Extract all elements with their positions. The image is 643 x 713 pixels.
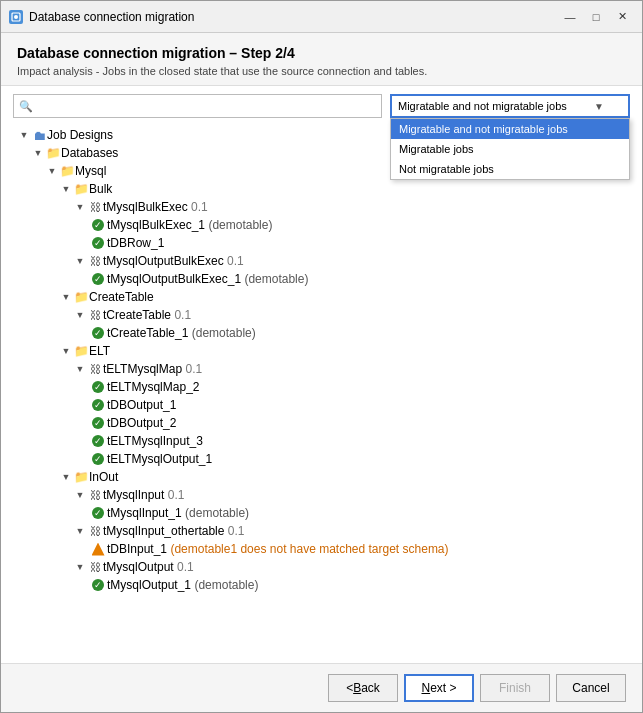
dialog-title: Database connection migration – Step 2/4 — [17, 45, 626, 61]
tree-item-tCreateTable[interactable]: ▼ ⛓ tCreateTable 0.1 — [13, 306, 630, 324]
tree-child-tDBRow_1[interactable]: ✓ tDBRow_1 — [13, 234, 630, 252]
tDBOutput_2-label: tDBOutput_2 — [107, 416, 176, 430]
job-icon: ⛓ — [87, 524, 103, 538]
tDBOutput_1-label: tDBOutput_1 — [107, 398, 176, 412]
tree-child-tELTMysqlInput_3[interactable]: ✓ tELTMysqlInput_3 — [13, 432, 630, 450]
dialog-header: Database connection migration – Step 2/4… — [1, 33, 642, 85]
window-icon — [9, 10, 23, 24]
tMysqlOutput-expand-icon: ▼ — [73, 560, 87, 574]
mysql-expand-icon: ▼ — [45, 164, 59, 178]
dropdown-option-2[interactable]: Not migratable jobs — [391, 159, 629, 179]
title-bar: Database connection migration — □ ✕ — [1, 1, 642, 33]
tCreateTable-expand-icon: ▼ — [73, 308, 87, 322]
job-icon: ⛓ — [87, 200, 103, 214]
dialog-body: 🔍 Migratable and not migratable jobs ▼ M… — [1, 85, 642, 664]
window-title: Database connection migration — [29, 10, 194, 24]
dropdown-arrow-icon: ▼ — [594, 101, 604, 112]
tree-root-label: Job Designs — [47, 128, 113, 142]
ok-icon: ✓ — [91, 326, 105, 340]
tMysqlInput-expand-icon: ▼ — [73, 488, 87, 502]
tMysqlInput_othertable-label: tMysqlInput_othertable 0.1 — [103, 524, 244, 538]
tree-child-tMysqlInput_1[interactable]: ✓ tMysqlInput_1 (demotable) — [13, 504, 630, 522]
tree-child-tELTMysqlMap_2[interactable]: ✓ tELTMysqlMap_2 — [13, 378, 630, 396]
createtable-folder-icon: 📁 — [73, 290, 89, 304]
job-icon: ⛓ — [87, 560, 103, 574]
tELTMysqlOutput_1-label: tELTMysqlOutput_1 — [107, 452, 212, 466]
maximize-button[interactable]: □ — [584, 7, 608, 27]
tMysqlBulkExec_1-label: tMysqlBulkExec_1 (demotable) — [107, 218, 272, 232]
tMysqlOutputBulkExec-label: tMysqlOutputBulkExec 0.1 — [103, 254, 244, 268]
tree-container: ▼ 🖿 Job Designs ▼ 📁 Databases ▼ 📁 Mysql — [13, 126, 630, 651]
ok-icon: ✓ — [91, 398, 105, 412]
ok-icon: ✓ — [91, 416, 105, 430]
bulk-expand-icon: ▼ — [59, 182, 73, 196]
dropdown-option-0[interactable]: Migratable and not migratable jobs — [391, 119, 629, 139]
databases-expand-icon: ▼ — [31, 146, 45, 160]
tree-child-tDBInput_1[interactable]: tDBInput_1 (demotable1 does not have mat… — [13, 540, 630, 558]
tMysqlBulkExec-label: tMysqlBulkExec 0.1 — [103, 200, 208, 214]
tMysqlBulkExec-expand-icon: ▼ — [73, 200, 87, 214]
minimize-button[interactable]: — — [558, 7, 582, 27]
dialog-footer: < Back Next > Finish Cancel — [1, 664, 642, 712]
tree-child-tDBOutput_1[interactable]: ✓ tDBOutput_1 — [13, 396, 630, 414]
tree-child-tCreateTable_1[interactable]: ✓ tCreateTable_1 (demotable) — [13, 324, 630, 342]
tree-child-tMysqlOutputBulkExec_1[interactable]: ✓ tMysqlOutputBulkExec_1 (demotable) — [13, 270, 630, 288]
cancel-button[interactable]: Cancel — [556, 674, 626, 702]
next-underline: N — [421, 681, 430, 695]
inout-expand-icon: ▼ — [59, 470, 73, 484]
finish-button[interactable]: Finish — [480, 674, 550, 702]
title-bar-left: Database connection migration — [9, 10, 194, 24]
tree-group-bulk[interactable]: ▼ 📁 Bulk — [13, 180, 630, 198]
tree-item-tMysqlInput[interactable]: ▼ ⛓ tMysqlInput 0.1 — [13, 486, 630, 504]
tMysqlOutput-label: tMysqlOutput 0.1 — [103, 560, 194, 574]
ok-icon: ✓ — [91, 434, 105, 448]
svg-point-1 — [14, 15, 18, 19]
next-button[interactable]: Next > — [404, 674, 474, 702]
tree-child-tDBOutput_2[interactable]: ✓ tDBOutput_2 — [13, 414, 630, 432]
close-button[interactable]: ✕ — [610, 7, 634, 27]
job-icon: ⛓ — [87, 308, 103, 322]
tree-item-tMysqlOutput[interactable]: ▼ ⛓ tMysqlOutput 0.1 — [13, 558, 630, 576]
tree-group-createtable[interactable]: ▼ 📁 CreateTable — [13, 288, 630, 306]
tELTMysqlInput_3-label: tELTMysqlInput_3 — [107, 434, 203, 448]
createtable-label: CreateTable — [89, 290, 154, 304]
tELTMysqlMap-label: tELTMysqlMap 0.1 — [103, 362, 202, 376]
bulk-folder-icon: 📁 — [73, 182, 89, 196]
elt-expand-icon: ▼ — [59, 344, 73, 358]
tree-item-tELTMysqlMap[interactable]: ▼ ⛓ tELTMysqlMap 0.1 — [13, 360, 630, 378]
inout-label: InOut — [89, 470, 118, 484]
tree-group-inout[interactable]: ▼ 📁 InOut — [13, 468, 630, 486]
tree-item-tMysqlInput_othertable[interactable]: ▼ ⛓ tMysqlInput_othertable 0.1 — [13, 522, 630, 540]
back-button[interactable]: < Back — [328, 674, 398, 702]
tree-mysql-label: Mysql — [75, 164, 106, 178]
tree-item-tMysqlBulkExec[interactable]: ▼ ⛓ tMysqlBulkExec 0.1 — [13, 198, 630, 216]
dropdown-option-1[interactable]: Migratable jobs — [391, 139, 629, 159]
tMysqlInput_1-label: tMysqlInput_1 (demotable) — [107, 506, 249, 520]
elt-folder-icon: 📁 — [73, 344, 89, 358]
tree-child-tMysqlBulkExec_1[interactable]: ✓ tMysqlBulkExec_1 (demotable) — [13, 216, 630, 234]
ok-icon: ✓ — [91, 380, 105, 394]
filter-dropdown[interactable]: Migratable and not migratable jobs ▼ — [390, 94, 630, 118]
tree-group-elt[interactable]: ▼ 📁 ELT — [13, 342, 630, 360]
ok-icon: ✓ — [91, 506, 105, 520]
createtable-expand-icon: ▼ — [59, 290, 73, 304]
dropdown-wrapper: Migratable and not migratable jobs ▼ Mig… — [390, 94, 630, 118]
warn-icon — [91, 542, 105, 556]
tDBInput_1-label: tDBInput_1 (demotable1 does not have mat… — [107, 542, 449, 556]
dropdown-menu: Migratable and not migratable jobs Migra… — [390, 118, 630, 180]
tDBRow_1-label: tDBRow_1 — [107, 236, 164, 250]
tree-item-tMysqlOutputBulkExec[interactable]: ▼ ⛓ tMysqlOutputBulkExec 0.1 — [13, 252, 630, 270]
tree-child-tELTMysqlOutput_1[interactable]: ✓ tELTMysqlOutput_1 — [13, 450, 630, 468]
ok-icon: ✓ — [91, 578, 105, 592]
tELTMysqlMap_2-label: tELTMysqlMap_2 — [107, 380, 199, 394]
ok-icon: ✓ — [91, 218, 105, 232]
tree-child-tMysqlOutput_1[interactable]: ✓ tMysqlOutput_1 (demotable) — [13, 576, 630, 594]
tMysqlOutput_1-label: tMysqlOutput_1 (demotable) — [107, 578, 258, 592]
back-underline: B — [353, 681, 361, 695]
search-wrapper: 🔍 — [13, 94, 382, 118]
search-input[interactable] — [13, 94, 382, 118]
tCreateTable-label: tCreateTable 0.1 — [103, 308, 191, 322]
tMysqlOutputBulkExec_1-label: tMysqlOutputBulkExec_1 (demotable) — [107, 272, 308, 286]
databases-folder-icon: 📁 — [45, 146, 61, 160]
job-icon: ⛓ — [87, 362, 103, 376]
